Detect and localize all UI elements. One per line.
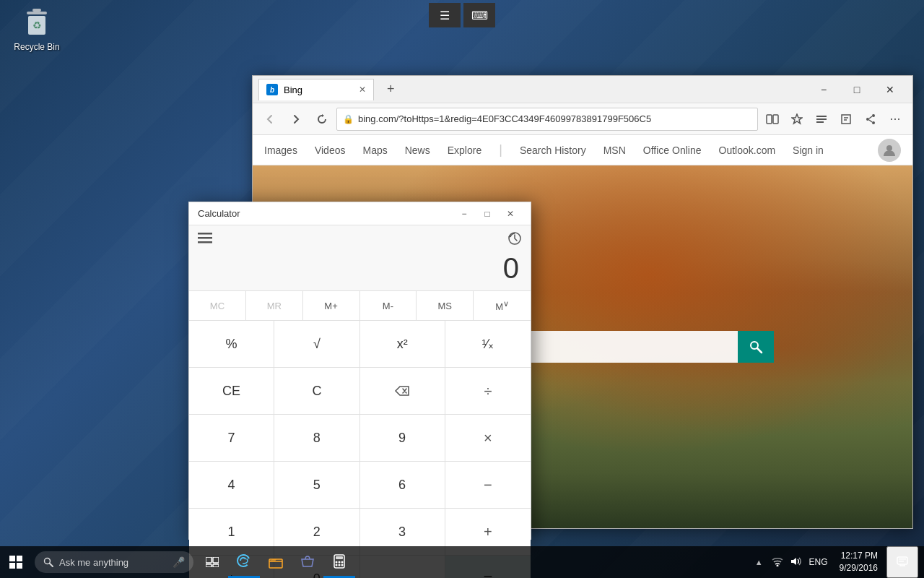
calculator-icon [334, 554, 345, 569]
bing-nav-msn[interactable]: MSN [603, 137, 626, 163]
memory-store-button[interactable]: MS [417, 291, 474, 320]
clear-button[interactable]: C [274, 368, 359, 414]
lock-icon: 🔒 [343, 114, 354, 124]
memory-add-button[interactable]: M+ [303, 291, 360, 320]
bing-search-button[interactable] [738, 331, 774, 363]
ce-button[interactable]: CE [189, 368, 274, 414]
hamburger-menu-button[interactable]: ☰ [429, 3, 461, 27]
action-center-button[interactable] [886, 546, 918, 578]
subtract-button[interactable]: − [445, 462, 531, 508]
svg-rect-5 [773, 115, 778, 124]
svg-point-55 [339, 561, 341, 563]
square-button[interactable]: x² [360, 321, 445, 367]
bing-nav-images[interactable]: Images [264, 137, 297, 163]
calc-history-button[interactable] [507, 231, 522, 249]
calc-maximize-button[interactable]: □ [476, 202, 499, 225]
calc-minimize-button[interactable]: − [453, 202, 476, 225]
bing-nav-news[interactable]: News [405, 137, 430, 163]
new-tab-button[interactable]: + [381, 79, 401, 100]
multiply-button[interactable]: × [445, 415, 531, 461]
store-icon [300, 555, 315, 569]
browser-toolbar: 🔒 [253, 103, 912, 135]
svg-line-46 [50, 564, 53, 566]
bing-nav-signin[interactable]: Sign in [793, 137, 824, 163]
svg-rect-50 [213, 564, 219, 567]
svg-point-9 [872, 114, 875, 117]
backspace-button[interactable] [360, 368, 445, 414]
digit-8-button[interactable]: 8 [274, 415, 359, 461]
tab-close-button[interactable]: ✕ [359, 85, 366, 95]
svg-rect-37 [198, 233, 212, 235]
taskbar-search[interactable]: Ask me anything 🎤 [35, 551, 193, 573]
favorites-button[interactable] [785, 108, 808, 131]
share-button[interactable] [859, 108, 882, 131]
browser-tab-bing[interactable]: b Bing ✕ [258, 79, 374, 100]
bing-nav-videos[interactable]: Videos [315, 137, 346, 163]
bing-nav-explore[interactable]: Explore [448, 137, 481, 163]
svg-rect-42 [17, 556, 22, 561]
address-bar[interactable] [358, 113, 751, 124]
refresh-button[interactable] [310, 108, 334, 131]
recycle-bin-label: Recycle Bin [14, 42, 59, 52]
divide-button[interactable]: ÷ [445, 368, 531, 414]
back-button[interactable] [258, 108, 282, 131]
start-button[interactable] [0, 546, 32, 578]
bing-nav-outlook[interactable]: Outlook.com [719, 137, 776, 163]
clock-time: 12:17 PM [840, 550, 878, 562]
keyboard-icon: ⌨ [471, 9, 488, 22]
browser-close-button[interactable]: ✕ [873, 76, 907, 103]
bing-nav-office-online[interactable]: Office Online [643, 137, 702, 163]
digit-5-button[interactable]: 5 [274, 462, 359, 508]
reciprocal-button[interactable]: ¹⁄ₓ [445, 321, 531, 367]
digit-6-button[interactable]: 6 [360, 462, 445, 508]
taskbar-search-placeholder: Ask me anything [59, 557, 128, 568]
taskbar-store-button[interactable] [292, 546, 323, 578]
explorer-icon [269, 556, 283, 569]
digit-7-button[interactable]: 7 [189, 415, 274, 461]
reading-view-button[interactable] [761, 108, 784, 131]
volume-tray-icon[interactable] [788, 555, 805, 570]
digit-9-button[interactable]: 9 [360, 415, 445, 461]
network-tray-icon[interactable] [769, 555, 786, 570]
cortana-mic-button[interactable]: 🎤 [173, 556, 185, 568]
svg-rect-49 [206, 564, 212, 567]
tab-title: Bing [284, 85, 302, 95]
forward-button[interactable] [284, 108, 308, 131]
taskbar-clock[interactable]: 12:17 PM 9/29/2016 [834, 548, 884, 576]
browser-maximize-button[interactable]: □ [840, 76, 873, 103]
browser-minimize-button[interactable]: − [807, 76, 840, 103]
percent-button[interactable]: % [189, 321, 274, 367]
svg-point-23 [556, 233, 676, 339]
calc-close-button[interactable]: ✕ [499, 202, 522, 225]
keyboard-button[interactable]: ⌨ [463, 3, 495, 27]
svg-point-56 [341, 561, 344, 563]
taskbar-calculator-button[interactable] [323, 546, 355, 578]
hamburger-icon: ☰ [440, 9, 450, 22]
web-note-button[interactable] [834, 108, 858, 131]
digit-4-button[interactable]: 4 [189, 462, 274, 508]
bing-nav-maps[interactable]: Maps [362, 137, 387, 163]
memory-recall-button[interactable]: MR [246, 291, 303, 320]
language-tray[interactable]: ENG [806, 556, 831, 569]
memory-subtract-button[interactable]: M- [360, 291, 417, 320]
sqrt-button[interactable]: √ [274, 321, 359, 367]
calc-menu-button[interactable] [198, 233, 212, 248]
hamburger-icon [198, 233, 212, 244]
svg-rect-53 [336, 556, 343, 559]
bing-nav-profile[interactable] [878, 139, 901, 162]
show-hidden-icons-button[interactable]: ▲ [752, 556, 766, 568]
taskbar-edge-button[interactable] [228, 546, 260, 578]
calc-memory-row: MC MR M+ M- MS M∨ [189, 290, 531, 321]
address-bar-container[interactable]: 🔒 [336, 108, 758, 131]
task-view-button[interactable] [196, 546, 228, 578]
svg-point-60 [776, 564, 778, 566]
more-button[interactable]: ··· [884, 108, 907, 131]
memory-list-button[interactable]: M∨ [474, 291, 531, 320]
calc-row-1: % √ x² ¹⁄ₓ [189, 321, 531, 368]
calc-buttons: % √ x² ¹⁄ₓ CE C ÷ 7 8 [189, 321, 531, 578]
taskbar-search-icon [43, 557, 53, 567]
bing-nav-search-history[interactable]: Search History [520, 137, 586, 163]
taskbar-explorer-button[interactable] [260, 546, 292, 578]
hub-button[interactable] [810, 108, 833, 131]
memory-clear-button[interactable]: MC [189, 291, 246, 320]
